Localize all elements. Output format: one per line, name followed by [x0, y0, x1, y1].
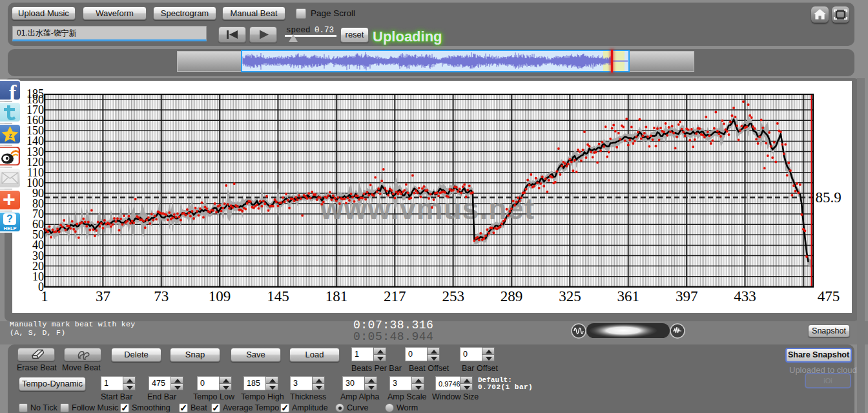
svg-text:z: z [9, 132, 12, 139]
